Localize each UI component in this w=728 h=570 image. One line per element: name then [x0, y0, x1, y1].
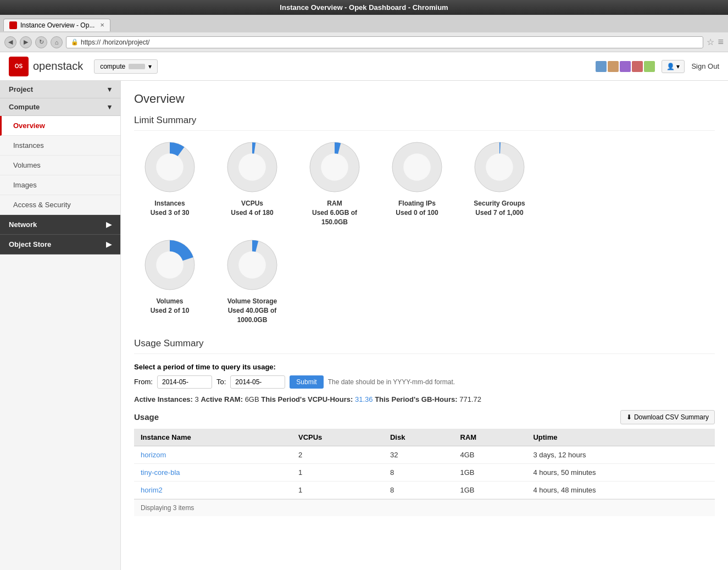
sidebar-compute-header[interactable]: Compute ▾	[0, 98, 120, 116]
project-arrow-icon: ▾	[108, 85, 112, 93]
color-seg-2	[608, 61, 619, 72]
th-uptime: Uptime	[526, 429, 715, 446]
usage-table-title: Usage	[134, 412, 159, 422]
instance-name-link[interactable]: horim2	[141, 486, 163, 494]
forward-button[interactable]: ▶	[20, 36, 32, 48]
window-title: Instance Overview - Opek Dashboard - Chr…	[280, 3, 448, 12]
chart-item-instances: InstancesUsed 3 of 30	[134, 140, 205, 218]
project-label: Project	[9, 85, 33, 93]
to-label: To:	[216, 378, 226, 386]
cell-disk: 8	[384, 481, 454, 499]
pie-chart-floating-ips	[390, 140, 444, 195]
project-dropdown-label: compute	[100, 63, 125, 70]
tab-favicon	[9, 21, 17, 29]
user-menu[interactable]: 👤 ▾	[662, 60, 685, 73]
chart-label-vcpus: VCPUsUsed 4 of 180	[231, 199, 273, 218]
svg-point-13	[238, 252, 266, 279]
header-right: 👤 ▾ Sign Out	[596, 60, 719, 73]
instance-name-link[interactable]: horizom	[141, 451, 166, 459]
color-seg-3	[620, 61, 631, 72]
to-input[interactable]	[230, 375, 285, 389]
active-ram-value: 6GB	[245, 395, 259, 403]
project-dropdown[interactable]: compute ▾	[94, 59, 158, 74]
charts-row-2: VolumesUsed 2 of 10 Volume StorageUsed 4…	[134, 237, 715, 324]
sidebar-project-header[interactable]: Project ▾	[0, 81, 120, 98]
from-input[interactable]	[157, 375, 212, 389]
refresh-button[interactable]: ↻	[35, 36, 47, 48]
cell-vcpus: 1	[292, 481, 384, 499]
svg-point-3	[238, 153, 266, 181]
instances-label: Instances	[13, 141, 44, 150]
pie-chart-vcpus	[225, 140, 280, 195]
svg-point-11	[156, 252, 184, 279]
download-csv-button[interactable]: ⬇ Download CSV Summary	[620, 410, 715, 424]
secure-icon: 🔒	[71, 38, 79, 46]
instance-name-link[interactable]: tiny-core-bla	[141, 468, 180, 477]
sidebar-item-access-security[interactable]: Access & Security	[0, 195, 120, 215]
home-button[interactable]: ⌂	[51, 36, 63, 48]
usage-summary-section: Usage Summary Select a period of time to…	[134, 338, 715, 516]
th-disk: Disk	[384, 429, 454, 446]
chart-label-floating-ips: Floating IPsUsed 0 of 100	[396, 199, 438, 218]
images-label: Images	[13, 181, 37, 189]
vcpu-hours-value: 31.36	[355, 395, 373, 403]
dropdown-arrow-icon: ▾	[148, 63, 152, 70]
chart-label-security-groups: Security GroupsUsed 7 of 1,000	[474, 199, 525, 218]
pie-chart-instances	[142, 140, 197, 195]
sidebar-item-images[interactable]: Images	[0, 175, 120, 195]
th-vcpus: VCPUs	[292, 429, 384, 446]
sidebar-item-instances[interactable]: Instances	[0, 136, 120, 156]
sidebar-item-volumes[interactable]: Volumes	[0, 156, 120, 175]
limit-summary-title: Limit Summary	[134, 115, 715, 131]
menu-icon[interactable]: ≡	[718, 36, 724, 48]
network-arrow-icon: ▶	[106, 220, 112, 229]
volumes-label: Volumes	[13, 161, 41, 169]
sidebar: Project ▾ Compute ▾ Overview Instances V…	[0, 81, 121, 570]
page-title: Overview	[134, 92, 715, 106]
logo-text: openstack	[33, 60, 83, 73]
back-button[interactable]: ◀	[4, 36, 16, 48]
sidebar-network-header[interactable]: Network ▶	[0, 215, 120, 235]
table-footer: Displaying 3 items	[134, 499, 715, 516]
browser-tab[interactable]: Instance Overview - Op... ✕	[3, 19, 110, 31]
svg-point-1	[156, 153, 184, 181]
svg-point-7	[403, 153, 431, 181]
table-row: horizom2324GB3 days, 12 hours	[134, 446, 715, 463]
tab-close-icon[interactable]: ✕	[100, 22, 104, 28]
sidebar-object-store-header[interactable]: Object Store ▶	[0, 235, 120, 254]
chart-item-ram: RAMUsed 6.0GB of 150.0GB	[299, 140, 370, 226]
th-ram: RAM	[454, 429, 527, 446]
sign-out-button[interactable]: Sign Out	[691, 62, 719, 70]
color-bar	[596, 61, 655, 72]
app-header: OS openstack compute ▾ 👤 ▾ Sign Out	[0, 52, 728, 81]
table-row: tiny-core-bla181GB4 hours, 50 minutes	[134, 463, 715, 481]
cell-uptime: 3 days, 12 hours	[526, 446, 715, 463]
color-seg-5	[644, 61, 655, 72]
th-instance-name: Instance Name	[134, 429, 292, 446]
color-seg-4	[632, 61, 643, 72]
submit-button[interactable]: Submit	[290, 375, 323, 389]
pie-chart-ram	[307, 140, 362, 195]
table-header-row: Instance NameVCPUsDiskRAMUptime	[134, 429, 715, 446]
compute-label: Compute	[9, 103, 40, 111]
active-ram-label: Active RAM:	[201, 395, 243, 403]
chart-item-vcpus: VCPUsUsed 4 of 180	[216, 140, 288, 218]
sidebar-item-overview[interactable]: Overview	[0, 116, 120, 136]
address-text: https://	[81, 38, 101, 46]
pie-chart-volumes	[142, 237, 197, 292]
bookmark-icon[interactable]: ☆	[707, 37, 714, 47]
pie-chart-security-groups	[472, 140, 527, 195]
tab-title: Instance Overview - Op...	[20, 21, 95, 29]
svg-point-5	[321, 153, 348, 181]
dropdown-arrow-icon-user: ▾	[676, 63, 680, 70]
active-stats: Active Instances: 3 Active RAM: 6GB This…	[134, 395, 715, 403]
logo-area: OS openstack	[9, 57, 83, 76]
main-layout: Project ▾ Compute ▾ Overview Instances V…	[0, 81, 728, 570]
active-instances-label: Active Instances:	[134, 395, 193, 403]
chart-label-instances: InstancesUsed 3 of 30	[151, 199, 190, 218]
user-icon: 👤	[666, 63, 675, 70]
address-bar[interactable]: 🔒 https:// /horizon/project/	[66, 36, 703, 48]
download-csv-label: Download CSV Summary	[634, 413, 709, 421]
cell-ram: 4GB	[454, 446, 527, 463]
gb-hours-label: This Period's GB-Hours:	[375, 395, 457, 403]
